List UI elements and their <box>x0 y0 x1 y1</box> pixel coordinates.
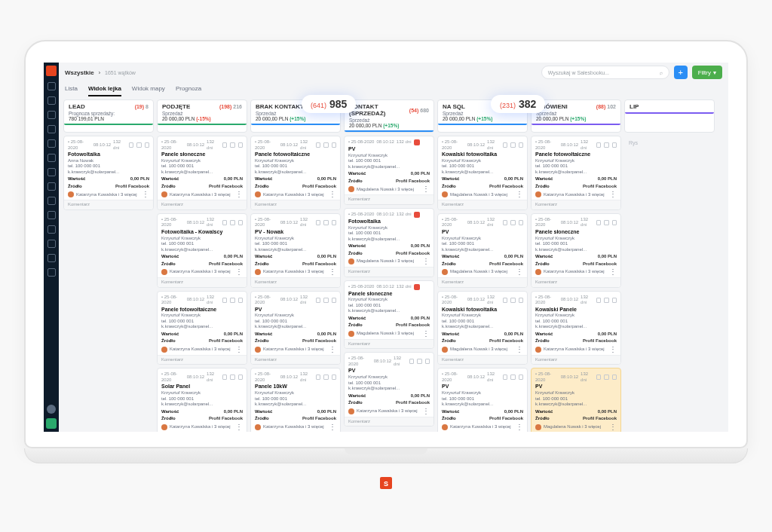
deal-card[interactable]: • 25-08-202008:10:12132 dni PV Krzysztof… <box>250 291 341 365</box>
stage-header[interactable]: LEAD (19)8 Prognoza sprzedaży: 780 199,6… <box>63 99 154 133</box>
card-menu-icon[interactable]: ⋮ <box>609 425 617 430</box>
calendar-icon[interactable] <box>323 142 328 148</box>
calendar-icon[interactable] <box>510 375 515 380</box>
note-icon[interactable] <box>332 142 336 148</box>
nav-dashboard-icon[interactable] <box>47 82 56 90</box>
note-icon[interactable] <box>332 220 336 225</box>
calendar-icon[interactable] <box>230 375 234 380</box>
calendar-icon[interactable] <box>230 142 234 148</box>
note-icon[interactable] <box>238 142 243 148</box>
deal-card[interactable]: • 25-08-202008:10:12132 dni PV Krzysztof… <box>344 136 434 205</box>
calendar-icon[interactable] <box>323 220 328 225</box>
note-icon[interactable] <box>145 142 149 148</box>
clipboard-icon[interactable] <box>129 142 133 148</box>
nav-reports-icon[interactable] <box>47 197 56 205</box>
calendar-icon[interactable] <box>510 142 515 148</box>
clipboard-icon[interactable] <box>316 375 320 380</box>
card-menu-icon[interactable]: ⋮ <box>609 347 617 352</box>
deal-card[interactable]: • 25-08-202008:10:12132 dni PV Krzysztof… <box>531 368 621 432</box>
clipboard-icon[interactable] <box>409 359 414 364</box>
note-icon[interactable] <box>238 298 243 303</box>
nav-products-icon[interactable] <box>47 182 56 191</box>
card-menu-icon[interactable]: ⋮ <box>422 332 430 336</box>
deal-card[interactable]: • 25-08-202008:10:12132 dni Panele 10kW … <box>250 368 341 432</box>
deal-card[interactable]: • 25-08-202008:10:12132 dni Kowalski fot… <box>437 136 528 210</box>
clipboard-icon[interactable] <box>596 142 601 148</box>
card-menu-icon[interactable]: ⋮ <box>329 270 336 274</box>
clipboard-icon[interactable] <box>503 298 507 303</box>
stage-header[interactable]: PODJĘTE (198)216 Sprzedaż 20 000,00 PLN … <box>157 99 247 133</box>
calendar-icon[interactable] <box>230 298 234 303</box>
nav-help-icon[interactable] <box>47 254 56 262</box>
deal-card[interactable]: • 25-08-202008:10:12132 dni PV - Nowak K… <box>250 213 341 288</box>
card-menu-icon[interactable]: ⋮ <box>329 192 336 197</box>
calendar-icon[interactable] <box>230 220 234 225</box>
clipboard-icon[interactable] <box>222 375 227 380</box>
note-icon[interactable] <box>612 142 617 148</box>
tab-list[interactable]: Lista <box>65 85 78 96</box>
user-avatar[interactable] <box>47 405 56 414</box>
calendar-icon[interactable] <box>604 298 608 303</box>
clipboard-icon[interactable] <box>222 220 227 225</box>
note-icon[interactable] <box>612 375 617 380</box>
deal-card[interactable]: • 25-08-202008:10:12132 dni Panele słone… <box>344 280 434 350</box>
clipboard-icon[interactable] <box>596 298 601 303</box>
deal-card[interactable]: • 25-08-202008:10:12132 dni PV Krzysztof… <box>437 213 528 288</box>
deal-card[interactable]: • 25-08-202008:10:12132 dni Panele fotow… <box>531 136 621 210</box>
card-menu-icon[interactable]: ⋮ <box>422 259 430 264</box>
deal-card[interactable]: • 25-08-202008:10:12132 dni Panele fotow… <box>157 291 247 365</box>
tab-funnel[interactable]: Widok lejka <box>88 85 121 96</box>
clipboard-icon[interactable] <box>503 375 507 380</box>
note-icon[interactable] <box>332 375 336 380</box>
card-menu-icon[interactable]: ⋮ <box>329 425 336 430</box>
kanban-board[interactable]: • 25-08-202008:10:12132 dni Fotowoltaika… <box>59 133 728 432</box>
deal-card[interactable]: • 25-08-202008:10:12132 dni PV Krzysztof… <box>437 368 528 432</box>
deal-card[interactable]: • 25-08-202008:10:12132 dni Panele fotow… <box>250 136 341 210</box>
deal-card[interactable]: • 25-08-202008:10:12132 dni Fotowoltaika… <box>157 213 247 288</box>
nav-mail-icon[interactable] <box>47 168 56 176</box>
clipboard-icon[interactable] <box>503 220 507 225</box>
note-icon[interactable] <box>519 375 523 380</box>
calendar-icon[interactable] <box>604 142 608 148</box>
clipboard-icon[interactable] <box>316 220 320 225</box>
calendar-icon[interactable] <box>323 375 328 380</box>
filters-button[interactable]: Filtry ▾ <box>692 66 722 79</box>
card-menu-icon[interactable]: ⋮ <box>609 192 617 197</box>
card-menu-icon[interactable]: ⋮ <box>235 192 243 197</box>
deal-card[interactable]: • 25-08-202008:10:12132 dni Kowalski fot… <box>437 291 528 365</box>
status-toggle[interactable] <box>46 418 57 429</box>
card-menu-icon[interactable]: ⋮ <box>516 270 523 274</box>
clipboard-icon[interactable] <box>222 298 227 303</box>
add-button[interactable]: + <box>674 66 688 79</box>
note-icon[interactable] <box>519 220 523 225</box>
stage-header[interactable]: KONTAKT (SPRZEDAŻ) (54)680 Sprzedaż 20 0… <box>344 99 434 133</box>
card-menu-icon[interactable]: ⋮ <box>235 347 243 352</box>
calendar-icon[interactable] <box>604 375 608 380</box>
nav-chart-icon[interactable] <box>47 96 56 105</box>
calendar-icon[interactable] <box>323 298 328 303</box>
card-menu-icon[interactable]: ⋮ <box>516 347 523 352</box>
card-menu-icon[interactable]: ⋮ <box>235 270 243 274</box>
note-icon[interactable] <box>238 375 243 380</box>
deal-card[interactable]: • 25-08-202008:10:12132 dni Panele słone… <box>157 136 247 210</box>
deal-card[interactable]: • 25-08-202008:10:12132 dni Fotowoltaika… <box>63 136 154 210</box>
nav-documents-icon[interactable] <box>47 154 56 162</box>
card-menu-icon[interactable]: ⋮ <box>609 270 617 274</box>
clipboard-icon[interactable] <box>316 298 320 303</box>
tab-map[interactable]: Widok mapy <box>132 85 165 96</box>
nav-automation-icon[interactable] <box>47 211 56 219</box>
deal-card[interactable]: • 25-08-202008:10:12132 dni Kowalski Pan… <box>531 291 621 365</box>
nav-calendar-icon[interactable] <box>47 139 56 148</box>
calendar-icon[interactable] <box>604 220 608 225</box>
clipboard-icon[interactable] <box>316 142 320 148</box>
clipboard-icon[interactable] <box>596 375 601 380</box>
note-icon[interactable] <box>519 298 523 303</box>
nav-settings-icon[interactable] <box>47 240 56 248</box>
card-menu-icon[interactable]: ⋮ <box>516 425 523 430</box>
clipboard-icon[interactable] <box>596 220 601 225</box>
card-menu-icon[interactable]: ⋮ <box>142 192 149 197</box>
calendar-icon[interactable] <box>510 220 515 225</box>
card-menu-icon[interactable]: ⋮ <box>422 409 430 414</box>
nav-contacts-icon[interactable] <box>47 111 56 119</box>
app-logo-icon[interactable] <box>46 66 57 76</box>
